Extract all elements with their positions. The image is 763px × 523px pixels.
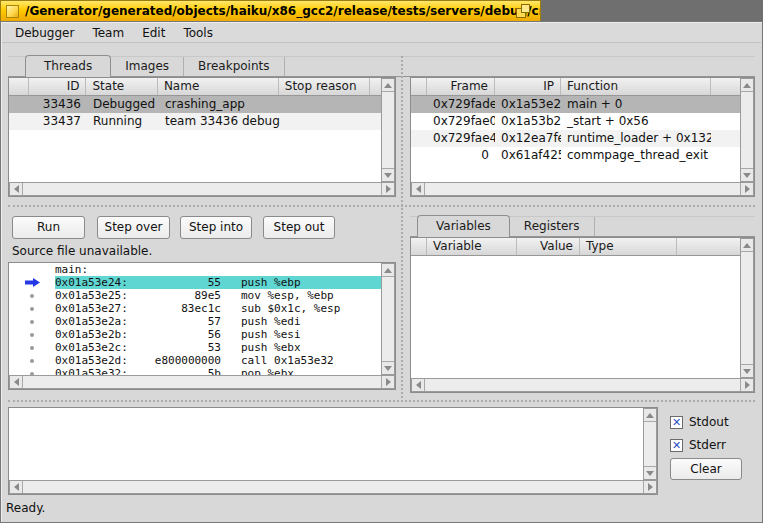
scroll-right-icon[interactable] — [741, 379, 753, 391]
vertical-splitter[interactable] — [401, 56, 403, 398]
scroll-right-icon[interactable] — [741, 183, 753, 195]
thread-row[interactable]: 33436 Debugged crashing_app — [9, 96, 382, 113]
tab-threads[interactable]: Threads — [25, 55, 111, 77]
scroll-left-icon[interactable] — [10, 481, 22, 493]
scroll-left-icon[interactable] — [412, 183, 424, 195]
scroll-down-icon[interactable] — [382, 362, 394, 374]
zoom-button[interactable] — [516, 4, 531, 19]
scroll-down-icon[interactable] — [741, 365, 753, 377]
frame-row[interactable]: 0x729fade0 0x1a53e24 main + 0 — [411, 96, 741, 113]
scroll-right-icon[interactable] — [644, 481, 656, 493]
disasm-line[interactable]: 0x01a53e2a: 57 push %edi — [9, 315, 381, 328]
breakpoint-gutter[interactable] — [9, 289, 55, 302]
breakpoint-gutter[interactable] — [9, 302, 55, 315]
scrollbar-thumb[interactable] — [424, 379, 741, 391]
column-header-state[interactable]: State — [86, 78, 157, 95]
disasm-line[interactable]: 0x01a53e24: 55 push %ebp — [9, 276, 381, 289]
column-header-ip[interactable]: IP — [495, 78, 561, 95]
column-header-name[interactable]: Name — [158, 78, 279, 95]
column-header-blank[interactable] — [9, 78, 29, 95]
window-title-tab[interactable]: /Generator/generated/objects/haiku/x86_g… — [0, 0, 541, 21]
run-button[interactable]: Run — [12, 216, 85, 239]
frame-row[interactable]: 0 0x61af4258 commpage_thread_exit + 0 — [411, 147, 741, 164]
vertical-scrollbar[interactable] — [381, 263, 395, 375]
tab-images[interactable]: Images — [111, 57, 184, 76]
step-into-button[interactable]: Step into — [180, 216, 252, 239]
disasm-line[interactable]: 0x01a53e32: 5b pop %ebx — [9, 367, 381, 375]
tab-registers[interactable]: Registers — [510, 217, 595, 236]
menu-debugger[interactable]: Debugger — [6, 24, 83, 42]
scroll-left-icon[interactable] — [412, 379, 424, 391]
column-header-value[interactable]: Value — [517, 238, 580, 255]
breakpoint-gutter[interactable] — [9, 328, 55, 341]
disasm-line[interactable]: 0x01a53e2b: 56 push %esi — [9, 328, 381, 341]
scrollbar-thumb[interactable] — [741, 91, 753, 169]
column-header-variable[interactable]: Variable — [427, 238, 517, 255]
scroll-down-icon[interactable] — [644, 467, 656, 479]
scroll-left-icon[interactable] — [10, 183, 22, 195]
vertical-scrollbar[interactable] — [643, 408, 657, 480]
scroll-down-icon[interactable] — [741, 169, 753, 181]
step-over-button[interactable]: Step over — [97, 216, 170, 239]
column-header-blank[interactable] — [411, 238, 427, 255]
scroll-right-icon[interactable] — [382, 376, 394, 388]
scrollbar-thumb[interactable] — [382, 276, 394, 362]
breakpoint-gutter[interactable] — [9, 263, 55, 276]
horizontal-scrollbar[interactable] — [411, 182, 754, 196]
column-header-frame[interactable]: Frame — [427, 78, 495, 95]
disasm-line[interactable]: 0x01a53e2c: 53 push %ebx — [9, 341, 381, 354]
disasm-line[interactable]: 0x01a53e2d: e800000000 call 0x1a53e32 — [9, 354, 381, 367]
tab-variables[interactable]: Variables — [417, 215, 510, 237]
stderr-checkbox[interactable]: ✕ — [670, 439, 683, 452]
scrollbar-thumb[interactable] — [22, 481, 644, 493]
close-button[interactable] — [6, 5, 19, 18]
scroll-up-icon[interactable] — [382, 79, 394, 91]
breakpoint-gutter[interactable] — [9, 276, 55, 289]
scrollbar-thumb[interactable] — [741, 251, 753, 365]
scroll-right-icon[interactable] — [382, 183, 394, 195]
scrollbar-thumb[interactable] — [382, 91, 394, 169]
clear-button[interactable]: Clear — [670, 458, 742, 480]
frame-row[interactable]: 0x729fae48 0x12ea7fe runtime_loader + 0x… — [411, 130, 741, 147]
vertical-scrollbar[interactable] — [381, 78, 395, 182]
horizontal-scrollbar[interactable] — [9, 480, 657, 494]
horizontal-splitter[interactable] — [8, 400, 755, 402]
horizontal-scrollbar[interactable] — [9, 375, 395, 389]
scroll-up-icon[interactable] — [741, 239, 753, 251]
column-header-blank[interactable] — [411, 78, 427, 95]
frame-row[interactable]: 0x729fae08 0x1a53b26 _start + 0x56 — [411, 113, 741, 130]
scroll-up-icon[interactable] — [382, 264, 394, 276]
stdout-checkbox[interactable]: ✕ — [670, 416, 683, 429]
step-out-button[interactable]: Step out — [263, 216, 335, 239]
scrollbar-thumb[interactable] — [22, 376, 382, 388]
scrollbar-thumb[interactable] — [644, 421, 656, 467]
column-header-id[interactable]: ID — [29, 78, 87, 95]
breakpoint-gutter[interactable] — [9, 315, 55, 328]
scroll-down-icon[interactable] — [382, 169, 394, 181]
column-header-function[interactable]: Function — [561, 78, 711, 95]
horizontal-scrollbar[interactable] — [9, 182, 395, 196]
menu-team[interactable]: Team — [83, 24, 133, 42]
disasm-line[interactable]: 0x01a53e27: 83ec1c sub $0x1c, %esp — [9, 302, 381, 315]
column-header-type[interactable]: Type — [580, 238, 677, 255]
menu-edit[interactable]: Edit — [133, 24, 174, 42]
breakpoint-gutter[interactable] — [9, 341, 55, 354]
horizontal-scrollbar[interactable] — [411, 378, 754, 392]
scroll-left-icon[interactable] — [10, 376, 22, 388]
horizontal-splitter[interactable] — [8, 205, 755, 207]
vertical-scrollbar[interactable] — [740, 78, 754, 182]
disassembly-content[interactable]: main: 0x01a53e24: 55 push %ebp 0x01a53e2… — [9, 263, 381, 375]
disasm-line[interactable]: 0x01a53e25: 89e5 mov %esp, %ebp — [9, 289, 381, 302]
column-header-stop-reason[interactable]: Stop reason — [279, 78, 370, 95]
scrollbar-thumb[interactable] — [22, 183, 382, 195]
tab-breakpoints[interactable]: Breakpoints — [184, 57, 284, 76]
vertical-scrollbar[interactable] — [740, 238, 754, 378]
breakpoint-gutter[interactable] — [9, 367, 55, 375]
breakpoint-gutter[interactable] — [9, 354, 55, 367]
console-output[interactable] — [9, 408, 643, 480]
scroll-up-icon[interactable] — [741, 79, 753, 91]
scrollbar-thumb[interactable] — [424, 183, 741, 195]
menu-tools[interactable]: Tools — [174, 24, 222, 42]
scroll-up-icon[interactable] — [644, 409, 656, 421]
thread-row[interactable]: 33437 Running team 33436 debug task — [9, 113, 382, 130]
